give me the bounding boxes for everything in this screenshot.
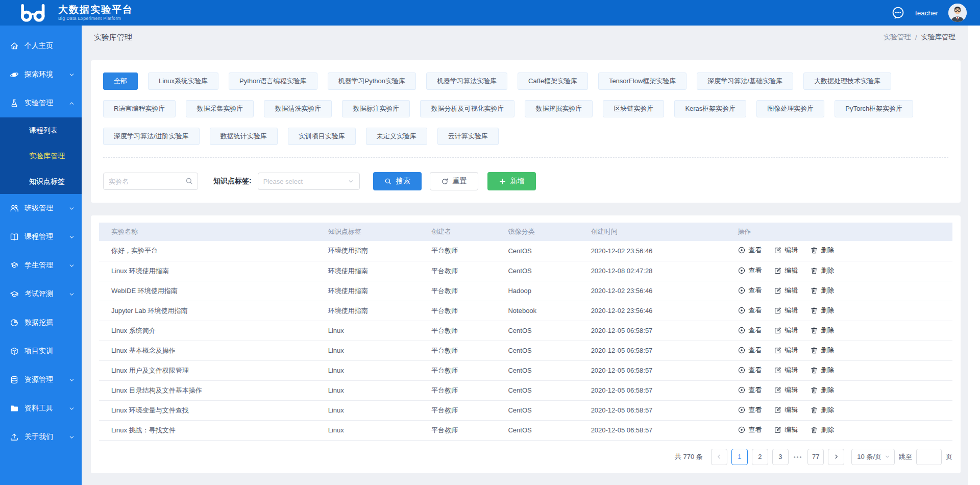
experiment-table: 实验名称知识点标签创建者镜像分类创建时间操作 你好，实验平台环境使用指南平台教师…	[99, 223, 952, 441]
experiment-name-input[interactable]	[103, 173, 198, 190]
page-number-button[interactable]: 2	[752, 449, 768, 465]
cell-creator: 平台教师	[419, 321, 496, 341]
edit-action[interactable]: 编辑	[774, 326, 798, 335]
page-size-select[interactable]: 10 条/页	[851, 449, 895, 465]
delete-action[interactable]: 删除	[810, 306, 834, 315]
filter-tag[interactable]: 数据统计实验库	[210, 128, 278, 145]
sidebar-item[interactable]: 项目实训	[0, 337, 82, 366]
filter-tag[interactable]: 数据清洗实验库	[264, 100, 332, 117]
delete-action[interactable]: 删除	[810, 385, 834, 395]
edit-action[interactable]: 编辑	[774, 425, 798, 434]
filter-tag[interactable]: 实训项目实验库	[288, 128, 356, 145]
pagination-ellipsis[interactable]: •••	[793, 454, 804, 460]
edit-action[interactable]: 编辑	[774, 286, 798, 295]
cell-creator: 平台教师	[419, 400, 496, 420]
filter-tag[interactable]: 数据标注实验库	[342, 100, 410, 117]
message-bubble-icon[interactable]	[891, 6, 905, 20]
filter-tag[interactable]: Python语言编程实验库	[229, 72, 317, 90]
view-action[interactable]: 查看	[738, 405, 762, 415]
edit-action[interactable]: 编辑	[774, 246, 798, 255]
edit-action[interactable]: 编辑	[774, 366, 798, 375]
category-tag-list: 全部Linux系统实验库Python语言编程实验库机器学习Python实验库机器…	[103, 72, 948, 155]
sidebar-item[interactable]: 资料工具	[0, 394, 82, 423]
jump-page-input[interactable]	[916, 449, 942, 465]
edit-action[interactable]: 编辑	[774, 346, 798, 355]
edit-action[interactable]: 编辑	[774, 306, 798, 315]
sidebar-item[interactable]: 实验管理	[0, 89, 82, 117]
filter-tag[interactable]: Keras框架实验库	[674, 100, 746, 117]
view-action[interactable]: 查看	[738, 266, 762, 275]
delete-action[interactable]: 删除	[810, 286, 834, 295]
sidebar-item[interactable]: 关于我们	[0, 423, 82, 451]
delete-action[interactable]: 删除	[810, 425, 834, 434]
delete-action[interactable]: 删除	[810, 326, 834, 335]
view-action[interactable]: 查看	[738, 346, 762, 355]
filter-tag[interactable]: Caffe框架实验库	[518, 72, 588, 90]
page-header: 实验库管理 实验管理/实验库管理	[82, 26, 968, 49]
next-page-button[interactable]	[828, 449, 844, 465]
avatar[interactable]	[948, 4, 967, 22]
filter-tag[interactable]: 机器学习Python实验库	[328, 72, 416, 90]
view-action[interactable]: 查看	[738, 425, 762, 434]
filter-tag[interactable]: 大数据处理技术实验库	[803, 72, 891, 90]
pagination-total: 共 770 条	[675, 452, 703, 462]
sidebar-item[interactable]: 数据挖掘	[0, 308, 82, 337]
filter-tag[interactable]: PyTorch框架实验库	[835, 100, 913, 117]
filter-tag[interactable]: 数据挖掘实验库	[525, 100, 593, 117]
delete-action[interactable]: 删除	[810, 246, 834, 255]
filter-tag[interactable]: 区块链实验库	[603, 100, 664, 117]
sidebar-item[interactable]: 个人主页	[0, 32, 82, 60]
breadcrumb-item[interactable]: 实验管理	[884, 33, 911, 42]
filter-tag[interactable]: Linux系统实验库	[148, 72, 218, 90]
delete-action[interactable]: 删除	[810, 266, 834, 275]
cell-actions: 查看编辑删除	[725, 261, 952, 281]
select-placeholder: Please select	[263, 178, 303, 185]
edit-action[interactable]: 编辑	[774, 266, 798, 275]
sidebar-item[interactable]: 班级管理	[0, 194, 82, 223]
sidebar-item[interactable]: 资源管理	[0, 366, 82, 394]
scrollbar-track[interactable]	[968, 26, 980, 485]
filter-tag[interactable]: 深度学习算法/基础实验库	[697, 72, 793, 90]
cell-creator: 平台教师	[419, 281, 496, 301]
eye-icon	[738, 366, 746, 374]
filter-tag[interactable]: 全部	[103, 72, 138, 90]
prev-page-button[interactable]	[711, 449, 727, 465]
filter-tag[interactable]: 数据分析及可视化实验库	[420, 100, 514, 117]
filter-tag[interactable]: 机器学习算法实验库	[426, 72, 507, 90]
sidebar-subitem[interactable]: 知识点标签	[0, 168, 82, 194]
edit-action[interactable]: 编辑	[774, 405, 798, 415]
sidebar-subitem[interactable]: 实验库管理	[0, 143, 82, 168]
page-number-button[interactable]: 77	[807, 449, 824, 465]
delete-action[interactable]: 删除	[810, 346, 834, 355]
page-number-button[interactable]: 3	[772, 449, 789, 465]
view-action[interactable]: 查看	[738, 385, 762, 395]
edit-action[interactable]: 编辑	[774, 385, 798, 395]
sidebar-subitem[interactable]: 课程列表	[0, 117, 82, 143]
sidebar-item[interactable]: 考试评测	[0, 280, 82, 308]
sidebar-item[interactable]: 课程管理	[0, 223, 82, 251]
search-button[interactable]: 搜索	[373, 172, 422, 190]
page-number-button[interactable]: 1	[731, 449, 748, 465]
filter-tag[interactable]: 数据采集实验库	[186, 100, 254, 117]
filter-tag[interactable]: TensorFlow框架实验库	[598, 72, 687, 90]
filter-tag[interactable]: 未定义实验库	[366, 128, 427, 145]
view-action[interactable]: 查看	[738, 306, 762, 315]
filter-tag[interactable]: 图像处理实验库	[756, 100, 824, 117]
sidebar-item[interactable]: 探索环境	[0, 60, 82, 89]
filter-tag[interactable]: R语言编程实验库	[103, 100, 176, 117]
filter-tag[interactable]: 云计算实验库	[437, 128, 499, 145]
add-button[interactable]: 新增	[487, 172, 536, 190]
view-action[interactable]: 查看	[738, 286, 762, 295]
view-action[interactable]: 查看	[738, 246, 762, 255]
eye-icon	[738, 426, 746, 434]
delete-action[interactable]: 删除	[810, 405, 834, 415]
delete-action[interactable]: 删除	[810, 366, 834, 375]
filter-tag[interactable]: 深度学习算法/进阶实验库	[103, 128, 200, 145]
reset-button[interactable]: 重置	[430, 172, 478, 190]
sidebar-item[interactable]: 学生管理	[0, 251, 82, 280]
view-action[interactable]: 查看	[738, 366, 762, 375]
users-icon	[10, 204, 19, 213]
knowledge-tag-select[interactable]: Please select	[258, 173, 360, 190]
cell-tag: 环境使用指南	[316, 261, 419, 281]
view-action[interactable]: 查看	[738, 326, 762, 335]
